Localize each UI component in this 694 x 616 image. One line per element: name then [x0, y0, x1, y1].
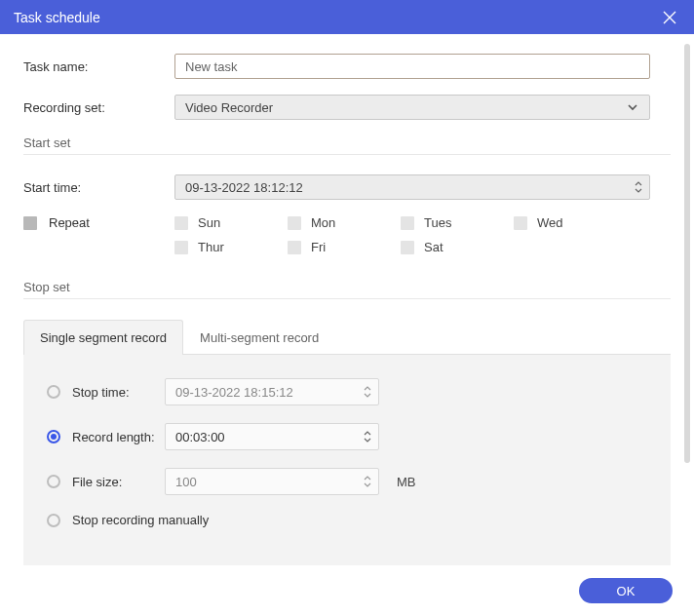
file-size-value: 100	[175, 475, 197, 489]
stop-time-value: 09-13-2022 18:15:12	[175, 385, 293, 400]
chevron-down-icon	[626, 100, 639, 114]
stop-manual-label: Stop recording manually	[72, 513, 209, 527]
single-segment-panel: Stop time: 09-13-2022 18:15:12 Record le…	[23, 355, 671, 565]
chevron-up-icon[interactable]	[363, 430, 372, 437]
stop-time-label: Stop time:	[72, 385, 165, 400]
stop-manual-radio[interactable]	[47, 514, 60, 527]
fri-checkbox[interactable]	[288, 241, 301, 254]
tab-multi-segment[interactable]: Multi-segment record	[183, 320, 335, 355]
dialog-footer: OK	[0, 565, 694, 616]
sat-label: Sat	[424, 240, 443, 254]
recording-set-label: Recording set:	[23, 100, 174, 115]
stop-time-radio[interactable]	[47, 385, 60, 399]
recording-set-select[interactable]: Video Recorder	[174, 95, 650, 120]
thur-checkbox[interactable]	[174, 241, 188, 254]
sun-label: Sun	[198, 215, 220, 230]
dialog-content: Task name: Recording set: Video Recorder…	[0, 34, 694, 565]
mon-label: Mon	[311, 215, 335, 230]
wed-label: Wed	[537, 215, 563, 230]
stop-time-input[interactable]: 09-13-2022 18:15:12	[165, 378, 379, 405]
start-time-value: 09-13-2022 18:12:12	[185, 180, 303, 195]
file-size-radio[interactable]	[47, 475, 60, 488]
sat-checkbox[interactable]	[401, 241, 414, 254]
weekday-selector: Sun Mon Tues Wed Thur Fri Sat	[174, 215, 650, 264]
stop-set-section-label: Stop set	[23, 280, 671, 294]
record-length-label: Record length:	[72, 430, 165, 444]
scrollbar-thumb[interactable]	[684, 44, 690, 463]
stop-tabs: Single segment record Multi-segment reco…	[23, 319, 671, 355]
window-title: Task schedule	[14, 10, 100, 25]
sun-checkbox[interactable]	[174, 216, 188, 230]
start-time-input[interactable]: 09-13-2022 18:12:12	[174, 174, 650, 200]
file-size-unit: MB	[397, 475, 416, 489]
wed-checkbox[interactable]	[514, 216, 527, 230]
repeat-label: Repeat	[49, 215, 90, 230]
chevron-up-icon[interactable]	[634, 180, 643, 187]
chevron-up-icon[interactable]	[363, 385, 372, 392]
chevron-up-icon[interactable]	[363, 475, 372, 481]
record-length-radio[interactable]	[47, 430, 60, 443]
chevron-down-icon[interactable]	[363, 437, 372, 443]
spinner-buttons[interactable]	[363, 385, 372, 399]
record-length-input[interactable]: 00:03:00	[165, 423, 379, 450]
task-name-label: Task name:	[23, 59, 174, 74]
file-size-input[interactable]: 100	[165, 468, 379, 495]
ok-button[interactable]: OK	[579, 578, 673, 603]
spinner-buttons[interactable]	[363, 475, 372, 488]
chevron-down-icon[interactable]	[634, 187, 643, 194]
close-icon[interactable]	[659, 7, 680, 28]
record-length-value: 00:03:00	[175, 430, 225, 444]
tues-checkbox[interactable]	[401, 216, 414, 230]
task-name-input[interactable]	[174, 54, 650, 79]
spinner-buttons[interactable]	[363, 430, 372, 443]
tues-label: Tues	[424, 215, 451, 230]
repeat-checkbox[interactable]	[23, 216, 37, 230]
start-set-section-label: Start set	[23, 135, 671, 150]
chevron-down-icon[interactable]	[363, 392, 372, 399]
start-time-label: Start time:	[23, 180, 174, 195]
fri-label: Fri	[311, 240, 326, 254]
recording-set-value: Video Recorder	[185, 100, 273, 115]
mon-checkbox[interactable]	[288, 216, 301, 230]
title-bar: Task schedule	[0, 0, 694, 34]
chevron-down-icon[interactable]	[363, 481, 372, 488]
divider	[23, 154, 671, 155]
thur-label: Thur	[198, 240, 224, 254]
spinner-buttons[interactable]	[634, 180, 643, 194]
file-size-label: File size:	[72, 475, 165, 489]
divider	[23, 298, 671, 299]
tab-single-segment[interactable]: Single segment record	[23, 320, 183, 355]
